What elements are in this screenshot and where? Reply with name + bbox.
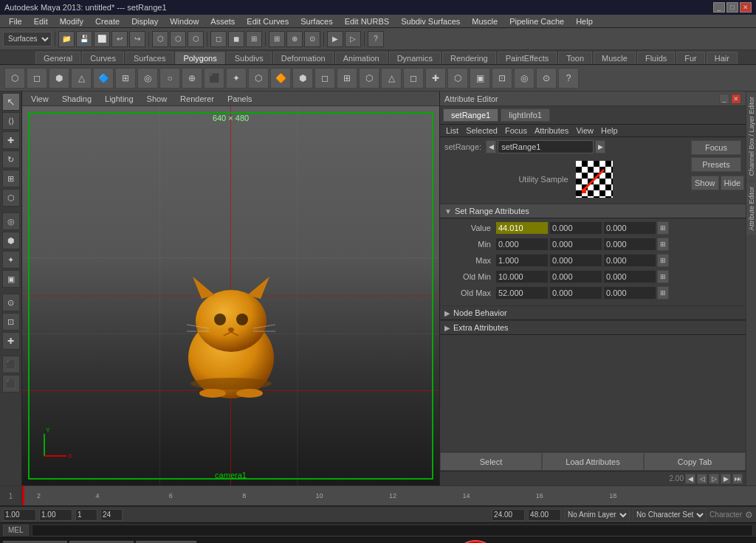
shelf-icon-25[interactable]: ⊙: [536, 68, 557, 89]
menu-item-edit-curves[interactable]: Edit Curves: [241, 15, 295, 27]
old-max-input-1[interactable]: [495, 286, 549, 300]
max-row-icon[interactable]: ⊞: [657, 254, 669, 267]
tool9[interactable]: ▣: [2, 270, 20, 288]
menu-item-surfaces[interactable]: Surfaces: [295, 15, 338, 27]
toolbar-btn-2[interactable]: 💾: [76, 31, 92, 47]
max-input-1[interactable]: [495, 254, 549, 267]
attr-menu-selected[interactable]: Selected: [466, 126, 498, 135]
presets-button[interactable]: Presets: [691, 157, 741, 172]
scale-tool[interactable]: ⊞: [2, 170, 20, 187]
shelf-icon-10[interactable]: ⬛: [204, 68, 224, 89]
toolbar-btn-11[interactable]: ⊞: [246, 31, 262, 47]
show-button[interactable]: Show: [691, 176, 719, 190]
shelf-tab-curves[interactable]: Curves: [82, 52, 124, 64]
timeline-end-btn[interactable]: ⏭: [732, 474, 743, 484]
shelf-icon-24[interactable]: ◎: [514, 68, 535, 89]
frame-start-input[interactable]: [3, 509, 36, 521]
shelf-icon-14[interactable]: ⬢: [292, 68, 313, 89]
toolbar-btn-9[interactable]: ◻: [210, 31, 227, 47]
timeline-prev-frame[interactable]: ◁: [697, 474, 707, 484]
menu-item-file[interactable]: File: [3, 15, 28, 27]
toolbar-btn-1[interactable]: 📁: [58, 31, 75, 47]
old-min-input-2[interactable]: [549, 270, 602, 283]
renderer-menu[interactable]: Renderer: [174, 94, 220, 103]
shelf-icon-18[interactable]: △: [381, 68, 402, 89]
attr-editor-minimize[interactable]: _: [719, 94, 729, 104]
shelf-icon-8[interactable]: ○: [159, 68, 180, 89]
shelf-icon-13[interactable]: 🔶: [270, 68, 291, 89]
shelf-icon-17[interactable]: ⬡: [359, 68, 379, 89]
close-btn[interactable]: ✕: [740, 2, 752, 13]
tool12[interactable]: ✚: [2, 332, 20, 350]
shelf-icon-5[interactable]: 🔷: [93, 68, 114, 89]
shelf-icon-23[interactable]: ⊡: [492, 68, 512, 89]
shelf-icon-19[interactable]: ◻: [403, 68, 424, 89]
move-tool[interactable]: ✚: [2, 131, 20, 149]
toolbar-btn-10[interactable]: ◼: [228, 31, 244, 47]
ipr-btn[interactable]: ▷: [345, 31, 361, 47]
old-max-input-2[interactable]: [549, 286, 602, 300]
shelf-tab-fur[interactable]: Fur: [676, 52, 705, 64]
tool14[interactable]: ⬛: [2, 375, 20, 392]
attr-menu-list[interactable]: List: [446, 126, 458, 135]
shelf-tab-surfaces[interactable]: Surfaces: [126, 52, 173, 64]
utility-sample-swatch[interactable]: [576, 161, 613, 198]
tool5[interactable]: ⬡: [2, 189, 20, 207]
attr-tab-lightinfo1[interactable]: lightInfo1: [501, 108, 550, 122]
extra-attributes-header[interactable]: ▶ Extra Attributes: [440, 320, 746, 335]
task-outliner[interactable]: 📋 Outl... _ ✕: [136, 541, 196, 544]
shelf-icon-3[interactable]: ⬢: [49, 68, 69, 89]
attr-editor-close[interactable]: ✕: [731, 94, 741, 104]
total-frames-input[interactable]: [100, 509, 123, 521]
shelf-tab-subdivs[interactable]: Subdivs: [227, 52, 272, 64]
timeline-next-btn[interactable]: ▶: [721, 474, 731, 484]
old-min-row-icon[interactable]: ⊞: [657, 270, 669, 283]
select-tool[interactable]: ↖: [2, 93, 20, 111]
view-menu[interactable]: View: [25, 94, 55, 103]
toolbar-btn-8[interactable]: ⬡: [188, 31, 204, 47]
shelf-tab-animation[interactable]: Animation: [335, 52, 388, 64]
tool6[interactable]: ◎: [2, 212, 20, 230]
shelf-icon-22[interactable]: ▣: [470, 68, 490, 89]
tool8[interactable]: ✦: [2, 251, 20, 269]
toolbar-btn-3[interactable]: ⬜: [94, 31, 110, 47]
shelf-tab-dynamics[interactable]: Dynamics: [389, 52, 441, 64]
time-start[interactable]: [492, 509, 525, 521]
shelf-tab-muscle[interactable]: Muscle: [594, 52, 636, 64]
shelf-icon-12[interactable]: ⬡: [248, 68, 269, 89]
menu-item-create[interactable]: Create: [89, 15, 126, 27]
menu-item-window[interactable]: Window: [164, 15, 205, 27]
shelf-icon-9[interactable]: ⊕: [182, 68, 202, 89]
value-row-icon[interactable]: ⊞: [657, 221, 669, 235]
shelf-tab-polygons[interactable]: Polygons: [175, 52, 224, 64]
value-input-3[interactable]: [603, 221, 656, 235]
shelf-icon-16[interactable]: ⊞: [337, 68, 357, 89]
toolbar-btn-7[interactable]: ⬡: [170, 31, 186, 47]
shelf-tab-deformation[interactable]: Deformation: [273, 52, 334, 64]
value-input-1[interactable]: [495, 221, 549, 235]
attr-menu-attributes[interactable]: Attributes: [535, 126, 568, 135]
menu-item-edit-nurbs[interactable]: Edit NURBS: [339, 15, 396, 27]
menu-item-pipeline-cache[interactable]: Pipeline Cache: [504, 15, 570, 27]
rotate-tool[interactable]: ↻: [2, 151, 20, 168]
current-frame-input[interactable]: [75, 509, 97, 521]
focus-button[interactable]: Focus: [691, 140, 741, 155]
tool7[interactable]: ⬢: [2, 232, 20, 249]
toolbar-btn-4[interactable]: ↩: [111, 31, 128, 47]
select-button[interactable]: Select: [440, 452, 542, 471]
task-hypershade[interactable]: 🎨 Hype... _ ✕: [69, 541, 134, 544]
setrange-arrow-right[interactable]: ▶: [595, 140, 605, 153]
max-input-3[interactable]: [603, 254, 656, 267]
snap-btn-1[interactable]: ⊞: [269, 31, 285, 47]
shelf-tab-general[interactable]: General: [35, 52, 80, 64]
shelf-icon-2[interactable]: ◻: [27, 68, 47, 89]
snap-btn-3[interactable]: ⊙: [304, 31, 320, 47]
shelf-icon-6[interactable]: ⊞: [115, 68, 136, 89]
shelf-icon-4[interactable]: △: [71, 68, 92, 89]
shelf-icon-20[interactable]: ✚: [425, 68, 446, 89]
old-max-row-icon[interactable]: ⊞: [657, 286, 669, 300]
snap-btn-2[interactable]: ⊕: [286, 31, 303, 47]
node-behavior-header[interactable]: ▶ Node Behavior: [440, 305, 746, 320]
menu-item-assets[interactable]: Assets: [205, 15, 241, 27]
menu-item-edit[interactable]: Edit: [28, 15, 54, 27]
